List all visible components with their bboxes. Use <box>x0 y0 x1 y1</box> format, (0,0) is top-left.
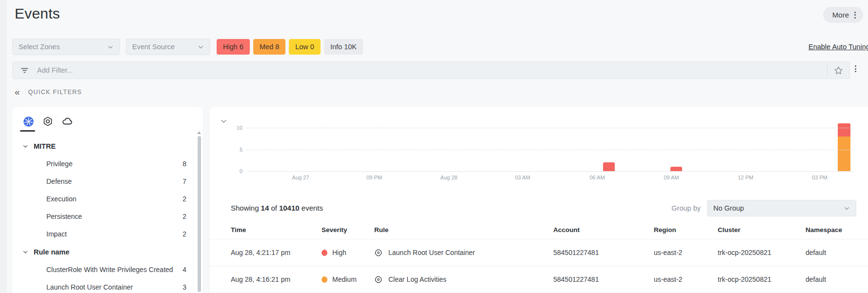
severity-label: High <box>332 249 346 256</box>
filter-section-header[interactable]: MITRE <box>12 137 203 155</box>
column-header-cluster[interactable]: Cluster <box>718 226 806 234</box>
tab-cloud[interactable] <box>61 116 73 127</box>
rule-icon <box>374 249 383 257</box>
add-filter-input[interactable] <box>36 66 827 75</box>
column-header-rule[interactable]: Rule <box>374 226 553 234</box>
cell-rule: Clear Log Activities <box>374 275 553 284</box>
filter-item-label: Persistence <box>46 213 82 220</box>
page-title: Events <box>15 5 60 22</box>
filter-bar <box>12 61 850 79</box>
column-header-account[interactable]: Account <box>553 226 654 234</box>
cell-severity: Medium <box>322 275 374 283</box>
filter-bar-kebab-icon[interactable] <box>855 65 856 72</box>
scrollbar-thumb[interactable] <box>198 136 201 292</box>
column-header-region[interactable]: Region <box>654 226 718 234</box>
kebab-icon <box>854 12 856 19</box>
table-header-row: TimeSeverityRuleAccountRegionClusterName… <box>209 220 868 239</box>
kubernetes-icon <box>23 116 34 127</box>
nut-icon <box>42 116 53 127</box>
active-tab-indicator <box>20 130 35 132</box>
cell-time: Aug 28, 4:21:17 pm <box>231 249 322 256</box>
tab-container[interactable] <box>42 116 54 127</box>
quick-filters-panel: MITREPrivilege8Defense7Execution2Persist… <box>12 107 203 293</box>
total-count: 10410 <box>279 204 300 212</box>
chart-bar-2[interactable] <box>670 167 682 171</box>
list-item[interactable]: Persistence2 <box>12 208 203 225</box>
severity-badge-info[interactable]: Info 10K <box>324 39 363 55</box>
table-row[interactable]: Aug 28, 4:21:17 pmHighLaunch Root User C… <box>209 239 868 266</box>
group-by-dropdown[interactable]: No Group <box>707 200 856 216</box>
events-page: Events More Select Zones Event Source Hi… <box>0 0 868 293</box>
group-by-value: No Group <box>713 204 744 212</box>
filter-section-title: MITRE <box>34 142 56 150</box>
filter-item-label: Defense <box>46 177 72 185</box>
severity-badge-high[interactable]: High 6 <box>217 39 250 55</box>
x-axis-label: 09 PM <box>366 175 382 180</box>
filter-item-count: 4 <box>182 266 186 273</box>
bar-segment-high <box>670 167 682 171</box>
x-axis-label: 06 AM <box>589 175 605 180</box>
column-header-time[interactable]: Time <box>231 226 322 234</box>
rule-label: Launch Root User Container <box>388 249 475 256</box>
x-axis-label: 12 PM <box>738 175 753 180</box>
bar-segment-high <box>603 162 615 171</box>
gridline-5 <box>246 150 853 150</box>
chart-plot-area <box>209 107 868 171</box>
x-axis-label: Aug 27 <box>292 175 309 180</box>
filter-item-label: Launch Root User Container <box>46 283 133 291</box>
severity-badges: High 6Med 8Low 0Info 10K <box>217 39 363 55</box>
x-axis-label: 03 PM <box>812 175 828 180</box>
scrollbar-up-arrow[interactable] <box>197 131 201 134</box>
group-by-control: Group by No Group <box>671 200 856 216</box>
favorite-star-icon[interactable] <box>833 65 844 76</box>
cell-rule: Launch Root User Container <box>374 249 553 257</box>
chevron-down-icon <box>22 143 28 149</box>
cloud-icon <box>61 116 73 127</box>
column-header-namespace[interactable]: Namespace <box>806 226 868 234</box>
filter-section-title: Rule name <box>34 248 69 256</box>
gridline-10 <box>246 128 853 128</box>
severity-dot-icon <box>322 276 327 283</box>
list-item[interactable]: Privilege8 <box>12 155 203 173</box>
list-item[interactable]: ClusterRole With Write Privileges Create… <box>12 261 203 278</box>
events-table: TimeSeverityRuleAccountRegionClusterName… <box>209 220 868 293</box>
list-item[interactable]: Defense7 <box>12 173 203 190</box>
more-button[interactable]: More <box>823 7 863 23</box>
chevron-down-icon <box>107 44 114 50</box>
select-zones-dropdown[interactable]: Select Zones <box>12 39 120 55</box>
event-source-dropdown[interactable]: Event Source <box>126 39 210 55</box>
cell-namespace: default <box>806 275 868 283</box>
list-item[interactable]: Impact2 <box>12 225 203 243</box>
quick-filter-tabs <box>12 107 203 131</box>
table-body: Aug 28, 4:21:17 pmHighLaunch Root User C… <box>209 239 868 293</box>
filter-item-count: 7 <box>182 177 186 185</box>
x-axis-label: 03 AM <box>515 175 530 180</box>
y-axis-label: 0 <box>228 168 242 174</box>
cell-cluster: trk-ocp-20250821 <box>718 275 806 283</box>
cell-namespace: default <box>806 249 868 256</box>
input-divider <box>827 64 828 76</box>
column-header-severity[interactable]: Severity <box>322 226 374 234</box>
cell-severity: High <box>322 249 374 256</box>
list-item[interactable]: Execution2 <box>12 190 203 208</box>
x-axis-label: Aug 28 <box>441 175 458 180</box>
cell-account: 584501227481 <box>553 249 654 256</box>
severity-badge-med[interactable]: Med 8 <box>253 39 285 55</box>
bar-segment-high <box>838 123 850 137</box>
enable-auto-tuning-link[interactable]: Enable Auto Tuning <box>808 43 868 51</box>
sidebar-scrollbar[interactable] <box>197 131 201 292</box>
table-row[interactable]: Aug 28, 4:16:21 pmMediumClear Log Activi… <box>209 266 868 293</box>
severity-badge-low[interactable]: Low 0 <box>289 39 321 55</box>
filter-item-count: 8 <box>182 160 186 168</box>
collapse-panel-icon[interactable]: « <box>15 87 20 97</box>
tab-kubernetes[interactable] <box>22 116 34 127</box>
severity-dot-icon <box>322 250 327 256</box>
events-main-panel: 1050Aug 2709 PMAug 2803 AM06 AM09 AM12 P… <box>209 107 868 293</box>
chart-bar-1[interactable] <box>603 162 615 171</box>
rule-icon <box>374 275 383 284</box>
chart-bar-3[interactable] <box>838 123 850 171</box>
filter-section-header[interactable]: Rule name <box>12 243 203 261</box>
chevron-down-icon <box>22 249 28 255</box>
gridline-0 <box>246 171 853 172</box>
list-item[interactable]: Launch Root User Container3 <box>12 278 203 293</box>
